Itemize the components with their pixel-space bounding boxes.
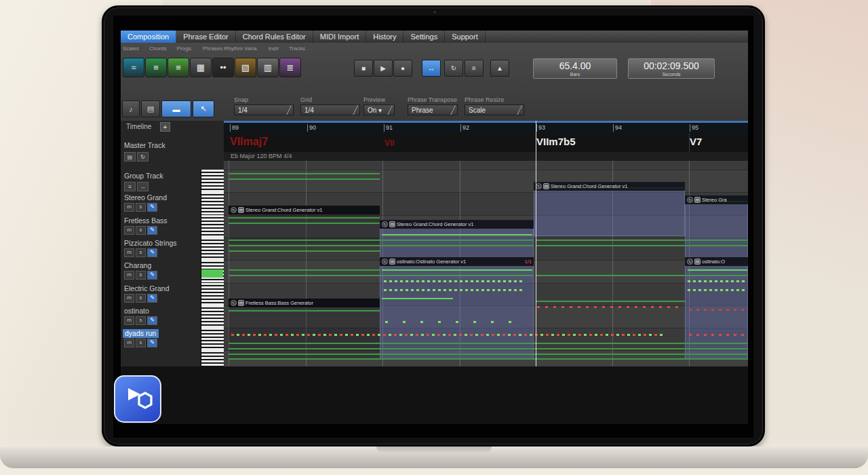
- palette-label-tracks[interactable]: Tracks: [289, 45, 305, 52]
- menu-tab-midi-import[interactable]: MIDI Import: [313, 31, 366, 43]
- mute-button[interactable]: m: [124, 226, 134, 235]
- app-logo: [114, 375, 161, 423]
- track-name-charang[interactable]: Charang: [124, 261, 151, 269]
- play-button[interactable]: ▶: [374, 60, 393, 77]
- group-expand-icon[interactable]: ↔: [137, 182, 149, 191]
- chord-viim7b5[interactable]: VIIm7b5: [536, 136, 576, 147]
- laptop-base-notch: [376, 446, 492, 453]
- solo-button[interactable]: s: [136, 294, 146, 303]
- stop-button[interactable]: ■: [354, 60, 373, 77]
- empty-area: [121, 366, 748, 424]
- progressions-icon[interactable]: ≡: [167, 58, 189, 77]
- insert-mode-button[interactable]: ↔: [422, 60, 441, 77]
- record-button[interactable]: ●: [393, 60, 412, 77]
- menu-tab-composition[interactable]: Composition: [121, 31, 176, 43]
- menu-tab-phrase-editor[interactable]: Phrase Editor: [176, 31, 236, 43]
- bars-value: 65.4.00: [534, 60, 616, 72]
- instruments-icon[interactable]: ▥: [257, 58, 279, 77]
- scales-icon[interactable]: ≈: [123, 58, 144, 77]
- master-track-label[interactable]: Master Track: [124, 141, 165, 149]
- loop-button[interactable]: ↻: [444, 60, 463, 77]
- app-logo-icon: [123, 384, 153, 414]
- palette-label-chords[interactable]: Chords: [149, 45, 167, 52]
- track-name-fretless-bass[interactable]: Fretless Bass: [124, 216, 167, 225]
- piano-keys-strip[interactable]: [201, 192, 224, 215]
- timeline-ruler[interactable]: 89909192939495: [224, 121, 748, 134]
- chord-v7[interactable]: V7: [690, 136, 702, 147]
- menu-tab-chord-rules-editor[interactable]: Chord Rules Editor: [236, 31, 313, 43]
- palette-label-scales[interactable]: Scales: [123, 45, 139, 52]
- edit-button[interactable]: ✎: [147, 248, 157, 257]
- menu-tab-support[interactable]: Support: [445, 31, 486, 43]
- edit-button[interactable]: ✎: [147, 316, 157, 325]
- solo-button[interactable]: s: [136, 203, 146, 212]
- track-name-electric-grand[interactable]: Electric Grand: [124, 284, 170, 292]
- piano-keys-strip[interactable]: [201, 283, 224, 305]
- mute-button[interactable]: m: [124, 316, 134, 325]
- grid-dropdown[interactable]: 1/4: [300, 104, 360, 115]
- pattern-button[interactable]: ≡: [465, 60, 484, 77]
- track-name-pizzicato-strings[interactable]: Pizzicato Strings: [124, 239, 177, 247]
- rhythm-icon[interactable]: ••: [212, 58, 234, 77]
- menu-bar: CompositionPhrase EditorChord Rules Edit…: [121, 31, 748, 43]
- track-name-dyads-run[interactable]: dyads run: [123, 329, 159, 338]
- tracks-icon[interactable]: ≣: [279, 58, 301, 77]
- timeline-add-button[interactable]: +: [160, 122, 170, 132]
- edit-button[interactable]: ✎: [147, 271, 157, 280]
- track-buttons: ms✎: [124, 203, 157, 212]
- piano-keys-strip[interactable]: [201, 328, 224, 350]
- phrase-resize-dropdown[interactable]: Scale: [465, 104, 524, 115]
- piano-keys-strip[interactable]: [201, 305, 224, 328]
- master-range-icon[interactable]: ▤: [124, 152, 136, 162]
- track-name-stereo-grand[interactable]: Stereo Grand: [124, 193, 167, 202]
- piano-roll-view-button[interactable]: ▬: [161, 100, 191, 117]
- mute-button[interactable]: m: [124, 203, 134, 212]
- palette-tabs: ScalesChordsProgs.Phrases Rhythm Varia.I…: [123, 45, 305, 52]
- variations-icon[interactable]: ▧: [235, 58, 256, 77]
- palette-label-progs[interactable]: Progs.: [177, 45, 193, 52]
- select-tool-button[interactable]: ↖: [193, 100, 214, 117]
- solo-button[interactable]: s: [136, 316, 146, 325]
- mute-button[interactable]: m: [124, 294, 134, 303]
- laptop-screen: CompositionPhrase EditorChord Rules Edit…: [113, 16, 753, 438]
- chord-viimaj7[interactable]: VIImaj7: [230, 136, 268, 148]
- phrases-icon[interactable]: ▦: [190, 58, 212, 77]
- palette-label-phrases-rhythm-varia[interactable]: Phrases Rhythm Varia.: [203, 45, 258, 52]
- menu-tab-history[interactable]: History: [366, 31, 403, 43]
- score-view-button[interactable]: ♪: [122, 100, 140, 117]
- track-name-ostinato[interactable]: ostinato: [124, 307, 149, 315]
- piano-keys-strip[interactable]: [201, 215, 224, 238]
- edit-button[interactable]: ✎: [147, 339, 157, 347]
- arrange-grid[interactable]: [224, 161, 748, 366]
- chords-icon[interactable]: ≡: [145, 58, 167, 77]
- phrase-transpose-dropdown[interactable]: Phrase: [408, 104, 458, 115]
- metronome-button[interactable]: ▲: [490, 60, 509, 77]
- solo-button[interactable]: s: [136, 248, 146, 257]
- mute-button[interactable]: m: [124, 339, 134, 347]
- snap-dropdown[interactable]: 1/4: [234, 104, 294, 115]
- solo-button[interactable]: s: [136, 271, 146, 280]
- preview-dropdown[interactable]: On ▾: [363, 104, 395, 115]
- palette-label-instr[interactable]: Instr: [269, 45, 279, 52]
- phrase-transpose-group: Phrase Transpose Phrase: [408, 96, 458, 115]
- group-track-label[interactable]: Group Track: [124, 172, 163, 180]
- edit-button[interactable]: ✎: [147, 203, 157, 212]
- ruler-bar-95: 95: [690, 124, 698, 132]
- group-collapse-icon[interactable]: ≡: [124, 182, 136, 191]
- solo-button[interactable]: s: [136, 339, 146, 347]
- master-loop-icon[interactable]: ↻: [137, 152, 149, 162]
- laptop-base: [0, 446, 868, 468]
- bars-caption: Bars: [534, 72, 616, 77]
- edit-button[interactable]: ✎: [147, 226, 157, 235]
- chord-vii[interactable]: VII: [384, 138, 395, 148]
- mute-button[interactable]: m: [124, 248, 134, 257]
- menu-tab-settings[interactable]: Settings: [403, 31, 445, 43]
- piano-keys-strip[interactable]: [201, 350, 224, 366]
- solo-button[interactable]: s: [136, 226, 146, 235]
- piano-keys-strip[interactable]: [201, 238, 224, 260]
- edit-button[interactable]: ✎: [147, 294, 157, 303]
- mute-button[interactable]: m: [124, 271, 134, 280]
- piano-keys-strip[interactable]: [201, 170, 224, 192]
- ruler-bar-93: 93: [536, 124, 545, 132]
- list-view-button[interactable]: ▤: [141, 100, 160, 117]
